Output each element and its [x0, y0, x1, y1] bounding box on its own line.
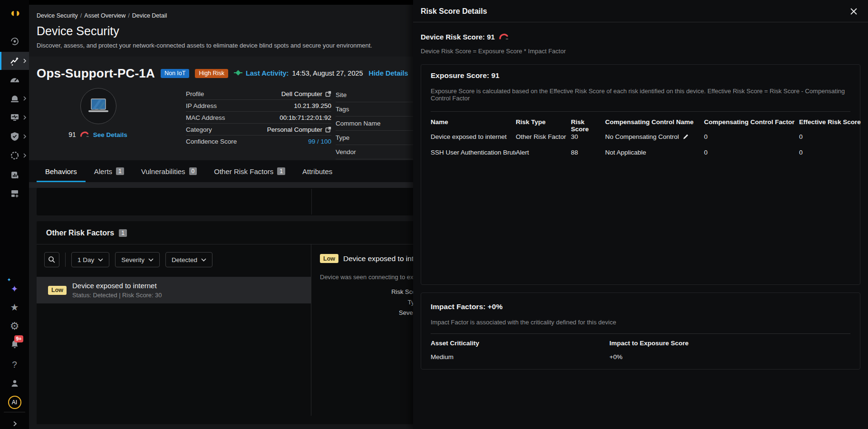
device-info-primary: Profile Dell Computer IP Address 10.21.3… [186, 88, 331, 147]
breadcrumb-device-detail: Device Detail [132, 12, 167, 19]
exposure-table-header: Name Risk Type Risk Score Compensating C… [431, 112, 850, 129]
breadcrumb-asset-overview[interactable]: Asset Overview [84, 12, 125, 19]
exposure-score-section: Exposure Score: 91 Exposure Score is cal… [421, 64, 860, 285]
sidebar-item-device-security[interactable] [0, 52, 29, 70]
risk-gauge-icon [499, 33, 509, 41]
activity-status-icon [234, 69, 242, 78]
chevron-right-icon [12, 421, 17, 427]
risk-factor-list-item[interactable]: Low Device exposed to internet Status: D… [37, 277, 311, 303]
chevron-down-icon [201, 258, 206, 262]
severity-dropdown[interactable]: Severity [115, 252, 160, 267]
sidebar-item-automation[interactable] [0, 146, 29, 165]
sidebar-item-integrations[interactable] [0, 185, 29, 203]
gauge-icon [10, 76, 19, 83]
app-logo-icon[interactable]: ◖◗ [0, 4, 29, 22]
device-risk-score-summary: 91 See Details [58, 131, 138, 138]
ai-sparkles-icon: ✦✦ [11, 283, 19, 294]
star-icon: ★ [10, 302, 19, 312]
laptop-image [87, 98, 109, 115]
breadcrumb-device-security[interactable]: Device Security [37, 12, 78, 19]
device-risk-score-text: Device Risk Score: 91 [421, 33, 495, 41]
other-risk-factors-count-badge: 1 [119, 229, 127, 237]
tab-vulnerabilities[interactable]: Vulnerabilities0 [133, 160, 206, 182]
ai-assistant-icon: AI [8, 396, 21, 409]
close-button[interactable] [850, 8, 858, 15]
sidebar-item-discover[interactable] [0, 32, 29, 50]
detail-fields: Risk Score Type Severity [320, 288, 421, 317]
status-dropdown[interactable]: Detected [165, 252, 212, 267]
exposure-table-row: Device exposed to internet Other Risk Fa… [431, 129, 850, 145]
severity-badge: Low [48, 286, 67, 295]
risk-factor-list-pane: 1 Day Severity Detected Low Device expos [37, 244, 311, 416]
chevron-right-icon [23, 115, 27, 120]
sidebar-item-favorites[interactable]: ★ [0, 298, 29, 316]
notification-count-badge: 9+ [14, 335, 24, 342]
monitor-pulse-icon [10, 113, 19, 122]
blocks-add-icon [10, 189, 19, 198]
sidebar-item-settings[interactable]: ⚙ [0, 317, 29, 335]
see-details-link[interactable]: See Details [93, 131, 127, 138]
impact-table-header: Asset Criticality Impact to Exposure Sco… [431, 340, 850, 347]
risk-gauge-icon [80, 131, 89, 138]
tab-alerts[interactable]: Alerts1 [86, 160, 133, 182]
tab-other-risk-factors[interactable]: Other Risk Factors1 [205, 160, 294, 182]
panel-title: Risk Score Details [421, 7, 487, 16]
tab-attributes[interactable]: Attributes [294, 160, 341, 182]
dotted-circle-icon [10, 151, 19, 160]
info-row-profile: Profile Dell Computer [186, 88, 331, 100]
sidebar-collapse-button[interactable] [0, 415, 29, 429]
sidebar-item-risk-gauge[interactable] [0, 70, 29, 88]
chevron-right-icon [23, 153, 27, 158]
chevron-down-icon [148, 258, 154, 262]
device-avatar [80, 88, 116, 124]
divider [65, 253, 66, 267]
alert-link[interactable]: SSH User Authentication Brute... [431, 149, 516, 156]
report-icon [10, 171, 19, 179]
tab-count-badge: 1 [277, 167, 285, 175]
sidebar-item-alerts[interactable] [0, 89, 29, 107]
shield-check-icon [10, 132, 19, 141]
divider [431, 333, 850, 334]
exposure-table-row: SSH User Authentication Brute... Alert 8… [431, 145, 850, 160]
hide-details-link[interactable]: Hide Details [369, 69, 408, 77]
user-icon [10, 379, 19, 388]
detail-field-label: Type [320, 299, 421, 306]
info-row-confidence: Confidence Score 99 / 100 [186, 136, 331, 147]
risk-level-badge: High Risk [195, 69, 228, 78]
chevron-right-icon [23, 96, 27, 101]
tab-count-badge: 1 [116, 167, 124, 175]
sidebar-item-security-posture[interactable] [0, 127, 29, 146]
device-name: Ops-Support-PC-1A [37, 66, 155, 81]
risk-item-title: Device exposed to internet [72, 282, 162, 290]
sidebar-item-ai-assistant[interactable]: AI [0, 393, 29, 411]
exposure-score-description: Exposure Score is calculated based on th… [431, 88, 850, 102]
bell-icon: 9+ [10, 340, 19, 349]
exposure-table: Name Risk Type Risk Score Compensating C… [431, 111, 850, 160]
exposure-score-title: Exposure Score: 91 [431, 71, 850, 80]
risk-score-value: 91 [68, 131, 76, 138]
sidebar-item-notifications[interactable]: 9+ [0, 335, 29, 353]
sidebar-item-ai-copilot[interactable]: ✦✦ [0, 280, 29, 298]
risk-item-status: Status: Detected | Risk Score: 30 [72, 292, 162, 299]
alarm-icon [10, 94, 19, 103]
sidebar: ◖◗ [0, 0, 29, 429]
impact-factors-description: Impact Factor is associated with the cri… [431, 319, 850, 326]
sidebar-item-reports[interactable] [0, 166, 29, 184]
info-row-ip: IP Address 10.21.39.250 [186, 100, 331, 112]
sidebar-item-monitoring[interactable] [0, 108, 29, 127]
device-type-badge: Non IoT [161, 69, 189, 78]
external-link-icon[interactable] [325, 127, 331, 133]
last-activity-label: Last Activity: [246, 69, 289, 77]
external-link-icon[interactable] [325, 91, 331, 97]
edit-icon[interactable] [683, 134, 689, 140]
sidebar-item-help[interactable]: ? [0, 355, 29, 373]
other-risk-factors-title: Other Risk Factors [46, 229, 114, 237]
sidebar-item-account[interactable] [0, 374, 29, 392]
time-range-dropdown[interactable]: 1 Day [71, 252, 109, 267]
gear-icon: ⚙ [10, 321, 19, 332]
severity-badge: Low [320, 254, 338, 263]
chevron-down-icon [98, 258, 103, 262]
tab-behaviors[interactable]: Behaviors [37, 160, 86, 182]
info-row-category: Category Personal Computer [186, 124, 331, 136]
search-button[interactable] [44, 252, 59, 267]
